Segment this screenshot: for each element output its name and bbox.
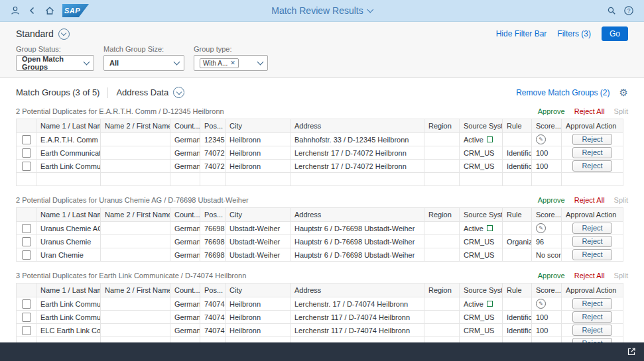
- group-type-select[interactable]: With A... ✕: [194, 55, 268, 71]
- content-header: Match Groups (3 of 5) Address Data Remov…: [0, 78, 644, 104]
- column-header[interactable]: Approval Action: [562, 119, 623, 133]
- cell-city: Ubstadt-Weiher: [225, 248, 290, 262]
- row-checkbox[interactable]: [22, 135, 31, 144]
- column-header[interactable]: Count...: [170, 208, 200, 222]
- reject-button[interactable]: Reject: [572, 134, 612, 145]
- match-group-size-select[interactable]: All: [103, 55, 184, 71]
- column-header[interactable]: Approval Action: [562, 284, 623, 297]
- column-header[interactable]: Name 2 / First Name: [101, 119, 170, 133]
- cell-rule: [503, 222, 532, 235]
- cell-score: No score: [532, 248, 562, 262]
- table-row: Earth Link Communicatio Germany 74074 He…: [17, 311, 623, 324]
- column-header[interactable]: Region: [424, 119, 460, 133]
- column-header[interactable]: Count...: [170, 119, 200, 133]
- user-profile-icon[interactable]: [7, 2, 24, 19]
- column-header[interactable]: City: [225, 119, 290, 133]
- reject-button[interactable]: Reject: [572, 147, 612, 158]
- split-link[interactable]: Split: [614, 272, 628, 280]
- column-header[interactable]: Source Syst...: [460, 208, 503, 222]
- reject-button[interactable]: Reject: [572, 236, 612, 247]
- cell-name2: [101, 173, 170, 186]
- column-header[interactable]: Name 1 / Last Name: [36, 208, 101, 222]
- groups-container: 2 Potential Duplicates for E.A.R.T.H. Co…: [0, 104, 644, 350]
- reject-button[interactable]: Reject: [572, 249, 612, 260]
- split-link[interactable]: Split: [614, 196, 628, 204]
- go-button[interactable]: Go: [602, 26, 628, 41]
- match-group: 3 Potential Duplicates for Earth Link Co…: [16, 268, 628, 350]
- svg-text:?: ?: [627, 7, 631, 14]
- column-header[interactable]: Rule: [503, 284, 532, 297]
- back-icon[interactable]: [24, 2, 41, 19]
- column-header[interactable]: Name 2 / First Name: [101, 208, 170, 222]
- edit-score-icon: ✎: [536, 299, 546, 309]
- cell-city: [225, 173, 290, 186]
- column-header[interactable]: Approval Action: [562, 208, 623, 222]
- column-header[interactable]: Name 1 / Last Name: [36, 284, 101, 297]
- column-header[interactable]: Address: [290, 208, 424, 222]
- cell-score: ✎: [532, 222, 562, 235]
- cell-region: [424, 146, 460, 160]
- reject-button[interactable]: Reject: [572, 298, 612, 309]
- column-header[interactable]: Pos...: [200, 119, 225, 133]
- reject-all-link[interactable]: Reject All: [574, 107, 605, 115]
- row-checkbox[interactable]: [22, 162, 31, 171]
- row-checkbox[interactable]: [22, 237, 31, 246]
- column-header[interactable]: Name 2 / First Name: [101, 284, 170, 297]
- column-header[interactable]: Name 1 / Last Name: [36, 119, 101, 133]
- chevron-down-icon: [84, 59, 90, 66]
- reject-button[interactable]: Reject: [572, 311, 612, 323]
- group-title: 2 Potential Duplicates for E.A.R.T.H. Co…: [16, 107, 224, 115]
- column-header-select: [17, 284, 36, 297]
- column-header[interactable]: Score...: [532, 284, 562, 297]
- settings-gear-icon[interactable]: ⚙: [619, 87, 628, 97]
- row-checkbox[interactable]: [22, 299, 31, 309]
- help-icon[interactable]: ?: [620, 2, 637, 19]
- column-header[interactable]: Pos...: [200, 208, 225, 222]
- row-checkbox[interactable]: [22, 326, 31, 335]
- column-header[interactable]: Address: [290, 119, 424, 133]
- search-icon[interactable]: [603, 2, 620, 19]
- column-header[interactable]: Score...: [532, 208, 562, 222]
- row-checkbox[interactable]: [22, 148, 31, 158]
- cell-address: Lerchenstr. 17 / D-74074 Heilbronn: [290, 297, 424, 311]
- column-header[interactable]: Count...: [170, 284, 200, 297]
- column-header[interactable]: Rule: [503, 119, 532, 133]
- column-header[interactable]: Region: [424, 208, 460, 222]
- cell-address: Hauptstr 6 / D-76698 Ubstadt-Weiher: [290, 235, 424, 248]
- approve-link[interactable]: Approve: [538, 272, 565, 280]
- cell-region: [424, 222, 460, 235]
- variant-selector[interactable]: Standard: [16, 28, 70, 40]
- hide-filter-bar-link[interactable]: Hide Filter Bar: [496, 29, 547, 38]
- column-header[interactable]: Source Syst...: [460, 119, 503, 133]
- group-status-select[interactable]: Open Match Groups: [16, 55, 94, 71]
- view-selector[interactable]: Address Data: [116, 87, 184, 98]
- open-in-new-window-icon[interactable]: [625, 345, 638, 358]
- column-header[interactable]: Region: [424, 284, 460, 297]
- filters-link[interactable]: Filters (3): [557, 29, 591, 38]
- column-header[interactable]: City: [225, 284, 290, 297]
- column-header[interactable]: Pos...: [200, 284, 225, 297]
- row-checkbox[interactable]: [22, 250, 31, 260]
- cell-source-system: Active: [460, 297, 503, 311]
- app-title-menu[interactable]: Match Review Results: [271, 5, 373, 16]
- cell-source-system: CRM_US: [460, 324, 503, 337]
- column-header[interactable]: Address: [290, 284, 424, 297]
- token-remove-icon[interactable]: ✕: [230, 60, 235, 66]
- cell-rule: [503, 248, 532, 262]
- column-header[interactable]: Score...: [532, 119, 562, 133]
- reject-all-link[interactable]: Reject All: [574, 272, 605, 280]
- row-checkbox[interactable]: [22, 313, 31, 322]
- approve-link[interactable]: Approve: [538, 196, 565, 204]
- split-link[interactable]: Split: [614, 107, 628, 115]
- reject-all-link[interactable]: Reject All: [574, 196, 605, 204]
- column-header[interactable]: Rule: [503, 208, 532, 222]
- reject-button[interactable]: Reject: [572, 160, 612, 172]
- column-header[interactable]: Source Syst...: [460, 284, 503, 297]
- column-header[interactable]: City: [225, 208, 290, 222]
- reject-button[interactable]: Reject: [572, 223, 612, 234]
- remove-match-groups-link[interactable]: Remove Match Groups (2): [516, 88, 610, 97]
- home-icon[interactable]: [41, 2, 58, 19]
- row-checkbox[interactable]: [22, 224, 31, 233]
- approve-link[interactable]: Approve: [538, 107, 565, 115]
- reject-button[interactable]: Reject: [572, 325, 612, 336]
